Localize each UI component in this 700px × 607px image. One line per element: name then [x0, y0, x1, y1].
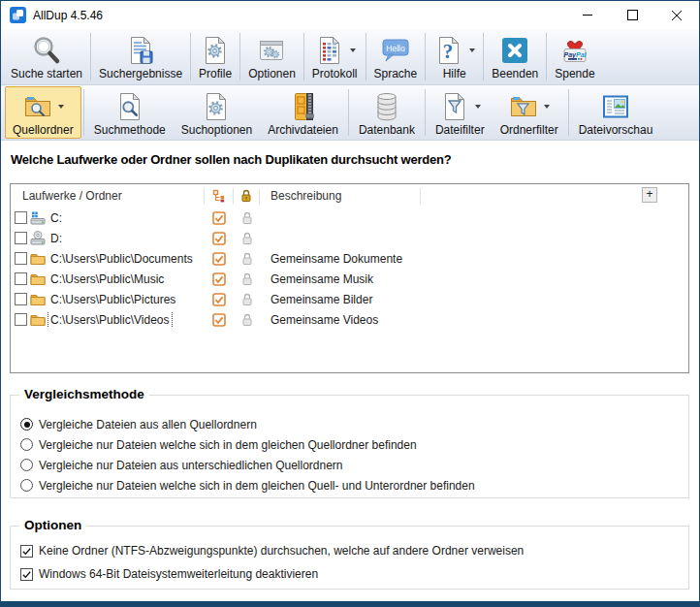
- table-row[interactable]: C:\Users\Public\Videos Gemeinsame Videos: [11, 309, 688, 330]
- profiles-icon: [200, 35, 231, 66]
- row-checkbox[interactable]: [15, 252, 27, 265]
- file-preview-button[interactable]: Dateivorschau: [571, 86, 661, 139]
- add-column-button[interactable]: +: [642, 187, 657, 203]
- row-checkbox[interactable]: [15, 211, 27, 224]
- window-bottom-border: [1, 601, 699, 606]
- table-row[interactable]: D:: [11, 228, 688, 248]
- row-description: Gemeinsame Dokumente: [260, 252, 421, 266]
- lock-icon[interactable]: [240, 211, 254, 225]
- donate-button[interactable]: Spende: [549, 30, 600, 83]
- options-button[interactable]: Optionen: [242, 30, 302, 83]
- database-button[interactable]: Datenbank: [351, 86, 423, 139]
- subfolders-checked-icon[interactable]: [212, 232, 226, 245]
- lock-icon: [239, 189, 253, 203]
- lock-icon[interactable]: [240, 272, 254, 286]
- source-folder-button[interactable]: Quellordner: [5, 86, 81, 139]
- toolbar-separator: [568, 89, 569, 136]
- radio-option[interactable]: Vergleiche nur Dateien welche sich in de…: [20, 434, 688, 455]
- checkbox[interactable]: [20, 568, 33, 581]
- dropdown-arrow-icon[interactable]: [58, 105, 64, 109]
- radio-label: Vergleiche nur Dateien welche sich in de…: [39, 479, 475, 493]
- subfolders-checked-icon[interactable]: [212, 313, 226, 327]
- search-method-icon: [114, 91, 145, 122]
- row-path: C:: [48, 210, 64, 226]
- dropdown-arrow-icon[interactable]: [469, 48, 475, 52]
- profiles-button[interactable]: Profile: [193, 30, 238, 83]
- dropdown-arrow-icon[interactable]: [544, 105, 550, 109]
- column-header-subfolders[interactable]: [205, 188, 234, 205]
- subfolders-checked-icon[interactable]: [212, 272, 226, 286]
- protocol-button[interactable]: Protokoll: [306, 30, 364, 83]
- subfolders-checked-icon[interactable]: [212, 293, 226, 306]
- drive-cd-icon: [30, 231, 46, 246]
- checkbox-label: Keine Ordner (NTFS-Abzweigungspunkte) du…: [39, 544, 524, 558]
- exit-button[interactable]: Beenden: [486, 30, 544, 83]
- column-header-lock[interactable]: [234, 188, 260, 205]
- checkbox-option[interactable]: Windows 64-Bit Dateisystemweiterleitung …: [20, 562, 688, 586]
- exit-icon: [499, 35, 530, 66]
- subfolders-checked-icon[interactable]: [212, 252, 226, 266]
- search-method-button[interactable]: Suchmethode: [86, 86, 174, 139]
- radio-option[interactable]: Vergleiche nur Dateien aus unterschiedli…: [20, 455, 688, 475]
- file-filter-icon: [439, 91, 470, 122]
- row-checkbox[interactable]: [15, 313, 27, 326]
- alldup-window: AllDup 4.5.46 Suche starten Suchergebnis…: [0, 0, 700, 607]
- radio-button[interactable]: [20, 459, 33, 471]
- row-description: Gemeinsame Videos: [260, 313, 421, 327]
- archive-files-button[interactable]: Archivdateien: [260, 86, 346, 139]
- close-button[interactable]: [654, 1, 699, 29]
- folder-icon: [30, 251, 46, 267]
- table-row[interactable]: C:\Users\Public\Music Gemeinsame Musik: [11, 269, 688, 289]
- dropdown-arrow-icon[interactable]: [350, 48, 356, 52]
- radio-button[interactable]: [20, 479, 33, 492]
- table-row[interactable]: C:\Users\Public\Documents Gemeinsame Dok…: [11, 248, 688, 269]
- column-header-description[interactable]: Beschreibung: [260, 188, 421, 205]
- table-row[interactable]: C:\Users\Public\Pictures Gemeinsame Bild…: [11, 289, 688, 309]
- toolbar-separator: [483, 33, 484, 80]
- radio-button[interactable]: [20, 418, 33, 431]
- language-button[interactable]: Sprache: [368, 30, 424, 83]
- file-filter-button[interactable]: Dateifilter: [428, 86, 493, 139]
- row-path: C:\Users\Public\Videos: [48, 312, 172, 328]
- source-folder-icon: [22, 91, 53, 122]
- minimize-button[interactable]: [565, 1, 610, 29]
- search-results-button[interactable]: Suchergebnisse: [93, 30, 188, 83]
- radio-button[interactable]: [20, 438, 33, 451]
- table-row[interactable]: C:: [11, 208, 688, 228]
- row-checkbox[interactable]: [15, 293, 27, 305]
- checkbox-label: Windows 64-Bit Dateisystemweiterleitung …: [39, 567, 318, 581]
- row-description: Gemeinsame Musik: [260, 272, 421, 286]
- radio-option[interactable]: Vergleiche Dateien aus allen Quellordner…: [20, 414, 688, 434]
- row-path: D:: [48, 231, 64, 246]
- row-path: C:\Users\Public\Music: [48, 272, 166, 287]
- search-options-button[interactable]: Suchoptionen: [174, 86, 260, 139]
- help-button[interactable]: Hilfe: [428, 30, 481, 83]
- column-header-name[interactable]: Laufwerke / Ordner: [11, 188, 205, 205]
- options-icon: [256, 35, 287, 66]
- start-search-button[interactable]: Suche starten: [5, 30, 88, 83]
- group-title: Optionen: [19, 518, 86, 532]
- titlebar: AllDup 4.5.46: [1, 1, 699, 29]
- comparison-method-group: Vergleichsmethode Vergleiche Dateien aus…: [10, 395, 689, 498]
- lock-icon[interactable]: [240, 252, 254, 266]
- lock-icon[interactable]: [240, 232, 254, 245]
- folder-filter-button[interactable]: Ordnerfilter: [493, 86, 566, 139]
- subfolders-checked-icon[interactable]: [212, 211, 226, 225]
- checkbox-option[interactable]: Keine Ordner (NTFS-Abzweigungspunkte) du…: [20, 539, 688, 562]
- dropdown-arrow-icon[interactable]: [475, 105, 481, 109]
- toolbar-separator: [546, 33, 547, 80]
- search-icon: [31, 35, 62, 66]
- maximize-button[interactable]: [610, 1, 654, 29]
- toolbar-separator: [425, 33, 426, 80]
- content-area: Welche Laufwerke oder Ordner sollen nach…: [1, 141, 699, 601]
- radio-label: Vergleiche nur Dateien aus unterschiedli…: [39, 459, 343, 472]
- toolbar-separator: [366, 33, 366, 80]
- folder-icon: [30, 312, 46, 328]
- radio-option[interactable]: Vergleiche nur Dateien welche sich in de…: [20, 475, 688, 495]
- row-checkbox[interactable]: [15, 272, 27, 285]
- checkbox[interactable]: [20, 545, 33, 558]
- lock-icon[interactable]: [240, 313, 254, 327]
- help-icon: [433, 35, 464, 66]
- row-checkbox[interactable]: [15, 232, 27, 244]
- lock-icon[interactable]: [240, 293, 254, 306]
